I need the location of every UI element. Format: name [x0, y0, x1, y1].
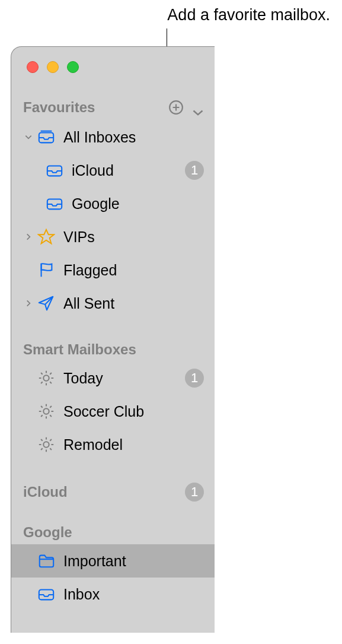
sidebar-item-soccer-club[interactable]: Soccer Club	[11, 395, 215, 428]
sidebar-item-icloud-inbox[interactable]: iCloud 1	[11, 154, 215, 187]
inbox-icon	[37, 585, 55, 603]
paper-plane-icon	[37, 294, 55, 312]
smart-mailboxes-section-header: Smart Mailboxes	[11, 333, 215, 361]
vips-label: VIPs	[63, 229, 204, 246]
svg-point-10	[43, 408, 49, 414]
remodel-label: Remodel	[63, 436, 204, 453]
sidebar-item-remodel[interactable]: Remodel	[11, 428, 215, 461]
all-sent-label: All Sent	[63, 295, 204, 312]
smart-mailboxes-title: Smart Mailboxes	[23, 341, 204, 358]
icloud-section-title: iCloud	[23, 484, 185, 500]
icloud-section-badge: 1	[185, 483, 204, 502]
sidebar-item-all-sent[interactable]: All Sent	[11, 287, 215, 320]
window-traffic-lights	[11, 47, 215, 73]
sidebar-item-google-inbox[interactable]: Google	[11, 187, 215, 220]
google-section-header[interactable]: Google	[11, 516, 215, 544]
callout-text: Add a favorite mailbox.	[167, 6, 330, 24]
google-acct-inbox-label: Inbox	[63, 586, 204, 603]
mail-sidebar: Favourites	[11, 73, 215, 611]
today-label: Today	[63, 370, 185, 387]
sidebar-item-flagged[interactable]: Flagged	[11, 253, 215, 287]
icloud-inbox-label: iCloud	[72, 162, 185, 179]
sidebar-item-all-inboxes[interactable]: All Inboxes	[11, 120, 215, 154]
soccer-club-label: Soccer Club	[63, 403, 204, 420]
star-icon	[37, 228, 55, 246]
inbox-icon	[46, 195, 63, 212]
minimize-window-button[interactable]	[47, 61, 59, 73]
svg-marker-6	[39, 230, 54, 243]
maximize-window-button[interactable]	[67, 61, 79, 73]
google-section-title: Google	[23, 524, 204, 541]
flag-icon	[37, 261, 55, 279]
gear-icon	[37, 369, 55, 387]
today-badge: 1	[185, 369, 204, 388]
google-inbox-label: Google	[72, 195, 204, 212]
gear-icon	[37, 402, 55, 420]
sidebar-item-google-acct-inbox[interactable]: Inbox	[11, 578, 215, 611]
sidebar-item-today[interactable]: Today 1	[11, 361, 215, 395]
svg-point-11	[43, 442, 49, 447]
gear-icon	[37, 436, 55, 453]
sidebar-item-vips[interactable]: VIPs	[11, 220, 215, 253]
close-window-button[interactable]	[27, 61, 39, 73]
favourites-collapse-icon[interactable]	[192, 103, 204, 112]
folder-icon	[37, 552, 55, 570]
icloud-section-header[interactable]: iCloud 1	[11, 474, 215, 505]
flagged-label: Flagged	[63, 262, 204, 279]
mail-sidebar-window: Favourites	[11, 46, 215, 633]
svg-point-9	[43, 375, 49, 380]
icloud-badge: 1	[185, 161, 204, 180]
all-inboxes-label: All Inboxes	[63, 129, 204, 146]
add-favourite-icon[interactable]	[168, 100, 184, 115]
inbox-icon	[46, 161, 63, 179]
disclosure-down-icon[interactable]	[22, 133, 35, 141]
disclosure-right-icon[interactable]	[22, 299, 35, 307]
favourites-section-header: Favourites	[11, 94, 215, 120]
sidebar-item-important[interactable]: Important	[11, 544, 215, 578]
favourites-title: Favourites	[23, 99, 168, 116]
disclosure-right-icon[interactable]	[22, 233, 35, 241]
important-label: Important	[63, 553, 204, 570]
stacked-inbox-icon	[37, 128, 55, 146]
